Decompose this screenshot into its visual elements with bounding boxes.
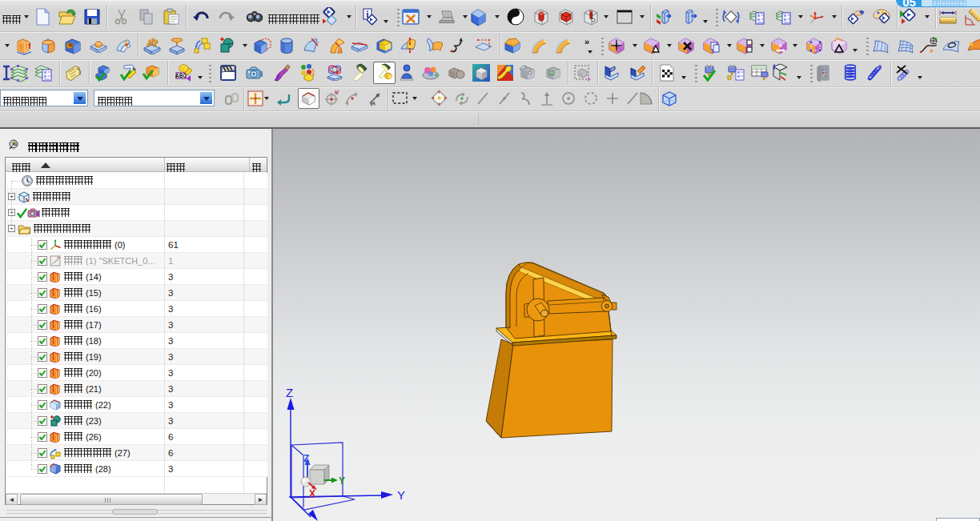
svg-text:Y: Y <box>339 475 345 487</box>
svg-text:Y: Y <box>397 488 405 502</box>
svg-text:Z: Z <box>303 453 309 464</box>
svg-text:Z: Z <box>286 386 293 399</box>
svg-text:X: X <box>309 488 315 499</box>
